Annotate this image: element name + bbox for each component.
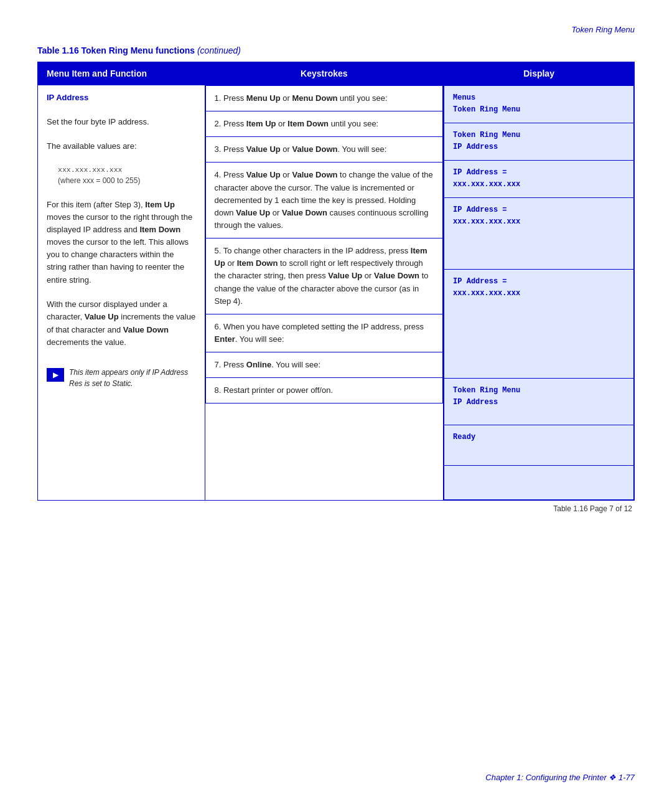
display-row-8 <box>444 466 634 500</box>
table-row: IP Address Set the four byte IP address.… <box>38 85 635 501</box>
display-3: IP Address = xxx.xxx.xxx.xxx <box>453 167 625 191</box>
note-box: This item appears only if IP Address Res… <box>47 367 196 389</box>
menu-item-cell: IP Address Set the four byte IP address.… <box>38 85 205 501</box>
menu-desc1: Set the four byte IP address. <box>47 116 196 128</box>
menu-desc2: The available values are: <box>47 140 196 153</box>
step-row-2: 2. Press Item Up or Item Down until you … <box>205 111 443 137</box>
display-row-1: Menus Token Ring Menu <box>444 86 634 123</box>
ip-address-label: IP Address <box>47 92 196 104</box>
step-row-3: 3. Press Value Up or Value Down. You wil… <box>205 137 443 163</box>
display-row-5: IP Address = xxx.xxx.xxx.xxx <box>444 270 634 379</box>
menu-desc3: For this item (after Step 3), Item Up mo… <box>47 199 196 286</box>
step-3: 3. Press Value Up or Value Down. You wil… <box>215 144 387 154</box>
menu-xxx: xxx.xxx.xxx.xxx <box>58 164 196 175</box>
step-2: 2. Press Item Up or Item Down until you … <box>215 119 379 128</box>
step-1: 1. Press Menu Up or Menu Down until you … <box>215 93 388 103</box>
keystrokes-cell: 1. Press Menu Up or Menu Down until you … <box>205 85 444 501</box>
note-text: This item appears only if IP Address Res… <box>69 367 196 389</box>
display-8 <box>453 472 625 484</box>
display-4: IP Address = xxx.xxx.xxx.xxx <box>453 204 625 228</box>
table-page-note: Table 1.16 Page 7 of 12 <box>37 504 635 513</box>
step-5: 5. To change other characters in the IP … <box>215 246 429 306</box>
display-row-3: IP Address = xxx.xxx.xxx.xxx <box>444 161 634 198</box>
step-row-4: 4. Press Value Up or Value Down to chang… <box>205 163 443 238</box>
step-8: 8. Restart printer or power off/on. <box>215 385 334 395</box>
step-row-8: 8. Restart printer or power off/on. <box>205 378 443 404</box>
arrow-icon <box>47 368 64 382</box>
table-title: Table 1.16 Token Ring Menu functions (co… <box>37 45 635 55</box>
display-row-6: Token Ring Menu IP Address <box>444 379 634 425</box>
menu-desc4: With the cursor displayed under a charac… <box>47 298 196 349</box>
step-row-5: 5. To change other characters in the IP … <box>205 238 443 314</box>
display-row-7: Ready <box>444 425 634 466</box>
display-cell: Menus Token Ring Menu Token Ring Menu IP <box>444 85 635 501</box>
step-4: 4. Press Value Up or Value Down to chang… <box>215 170 433 230</box>
step-row-6: 6. When you have completed setting the I… <box>205 314 443 352</box>
step-row-7: 7. Press Online. You will see: <box>205 352 443 378</box>
display-5: IP Address = xxx.xxx.xxx.xxx <box>453 276 625 300</box>
main-table: Menu Item and Function Keystrokes Displa… <box>37 62 635 501</box>
display-7: Ready <box>453 432 625 443</box>
chapter-footer: Chapter 1: Configuring the Printer ❖ 1-7… <box>37 773 635 782</box>
menu-xxx-note: (where xxx = 000 to 255) <box>58 175 196 186</box>
step-6: 6. When you have completed setting the I… <box>215 322 424 344</box>
display-6: Token Ring Menu IP Address <box>453 385 625 408</box>
col-header-menu: Menu Item and Function <box>38 62 205 85</box>
col-header-keystrokes: Keystrokes <box>205 62 444 85</box>
display-row-2: Token Ring Menu IP Address <box>444 123 634 161</box>
display-row-4: IP Address = xxx.xxx.xxx.xxx <box>444 198 634 270</box>
page-header: Token Ring Menu <box>37 25 635 34</box>
step-row-1: 1. Press Menu Up or Menu Down until you … <box>205 86 443 111</box>
display-2: Token Ring Menu IP Address <box>453 130 625 153</box>
display-1: Menus Token Ring Menu <box>453 92 625 116</box>
step-7: 7. Press Online. You will see: <box>215 360 321 369</box>
col-header-display: Display <box>444 62 635 85</box>
